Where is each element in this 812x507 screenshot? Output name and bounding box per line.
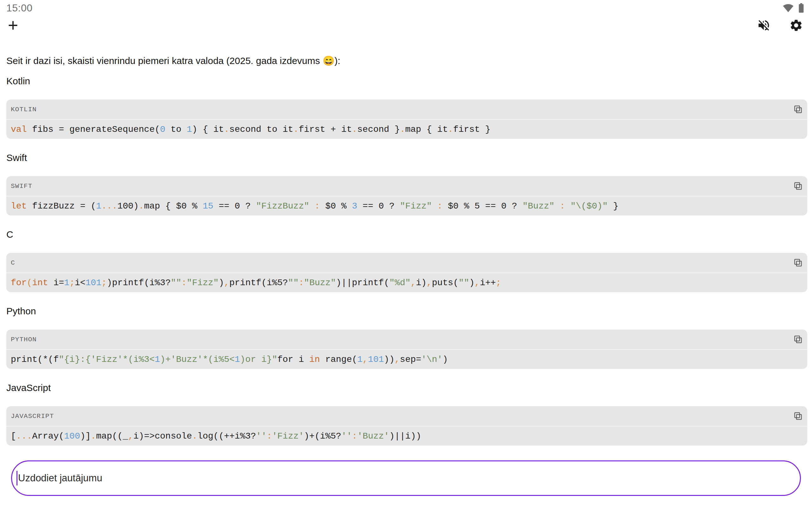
chat-content: Seit ir dazi isi, skaisti vienrindu piem… bbox=[0, 34, 812, 446]
code-line: val fibs = generateSequence(0 to 1) { it… bbox=[6, 119, 807, 139]
copy-icon bbox=[793, 105, 803, 114]
code-block-header: C bbox=[6, 253, 807, 273]
language-section: Kotlin KOTLIN val fibs = generateSequenc… bbox=[6, 76, 807, 139]
copy-code-button[interactable] bbox=[793, 181, 803, 191]
language-heading: C bbox=[6, 229, 807, 239]
plus-icon bbox=[6, 18, 20, 33]
copy-code-button[interactable] bbox=[793, 334, 803, 345]
gear-icon bbox=[789, 18, 803, 32]
code-block: SWIFT let fizzBuzz = (1...100).map { $0 … bbox=[6, 176, 807, 216]
code-line: for(int i=1;i<101;)printf(i%3?"":"Fizz")… bbox=[6, 273, 807, 292]
code-block: JAVASCRIPT [...Array(100)].map((_,i)=>co… bbox=[6, 406, 807, 446]
code-block-header: JAVASCRIPT bbox=[6, 406, 807, 426]
code-block-header: PYTHON bbox=[6, 330, 807, 349]
sections: Kotlin KOTLIN val fibs = generateSequenc… bbox=[6, 76, 807, 446]
copy-code-button[interactable] bbox=[793, 104, 803, 115]
volume-off-icon bbox=[757, 18, 771, 32]
mute-button[interactable] bbox=[757, 18, 771, 32]
code-block-header: SWIFT bbox=[6, 176, 807, 196]
code-block-header: KOTLIN bbox=[6, 100, 807, 119]
app-bar-actions bbox=[757, 18, 803, 32]
code-block: C for(int i=1;i<101;)printf(i%3?"":"Fizz… bbox=[6, 253, 807, 292]
code-block: PYTHON print(*(f"{i}:{'Fizz'*(i%3<1)+'Bu… bbox=[6, 330, 807, 369]
copy-icon bbox=[793, 335, 803, 344]
language-heading: Swift bbox=[6, 153, 807, 163]
language-section: JavaScript JAVASCRIPT [...Array(100)].ma… bbox=[6, 383, 807, 446]
copy-icon bbox=[793, 258, 803, 268]
assistant-intro-text: Seit ir dazi isi, skaisti vienrindu piem… bbox=[6, 55, 807, 66]
question-input[interactable] bbox=[18, 472, 791, 484]
clock: 15:00 bbox=[6, 2, 33, 14]
code-language-label: KOTLIN bbox=[11, 106, 37, 113]
question-input-container[interactable] bbox=[11, 460, 801, 496]
status-icons bbox=[783, 2, 807, 14]
code-line: [...Array(100)].map((_,i)=>console.log((… bbox=[6, 426, 807, 446]
code-line: let fizzBuzz = (1...100).map { $0 % 15 =… bbox=[6, 196, 807, 216]
language-heading: Kotlin bbox=[6, 76, 807, 86]
code-language-label: JAVASCRIPT bbox=[11, 412, 54, 420]
language-section: Python PYTHON print(*(f"{i}:{'Fizz'*(i%3… bbox=[6, 306, 807, 369]
language-section: C C for(int i=1;i<101;)printf(i%3?"":"Fi… bbox=[6, 229, 807, 292]
language-heading: Python bbox=[6, 306, 807, 316]
battery-icon bbox=[796, 2, 807, 14]
language-heading: JavaScript bbox=[6, 383, 807, 393]
new-chat-button[interactable] bbox=[6, 18, 20, 33]
language-section: Swift SWIFT let fizzBuzz = (1...100).map… bbox=[6, 153, 807, 216]
code-line: print(*(f"{i}:{'Fizz'*(i%3<1)+'Buzz'*(i%… bbox=[6, 349, 807, 369]
settings-button[interactable] bbox=[789, 18, 803, 32]
code-language-label: SWIFT bbox=[11, 182, 32, 190]
code-language-label: PYTHON bbox=[11, 336, 37, 343]
code-block: KOTLIN val fibs = generateSequence(0 to … bbox=[6, 100, 807, 139]
copy-icon bbox=[793, 411, 803, 421]
status-bar: 15:00 bbox=[0, 0, 812, 14]
copy-code-button[interactable] bbox=[793, 411, 803, 421]
copy-icon bbox=[793, 181, 803, 191]
text-caret bbox=[16, 471, 17, 486]
code-language-label: C bbox=[11, 259, 15, 267]
app-bar bbox=[0, 14, 812, 34]
wifi-icon bbox=[783, 3, 794, 13]
copy-code-button[interactable] bbox=[793, 257, 803, 268]
